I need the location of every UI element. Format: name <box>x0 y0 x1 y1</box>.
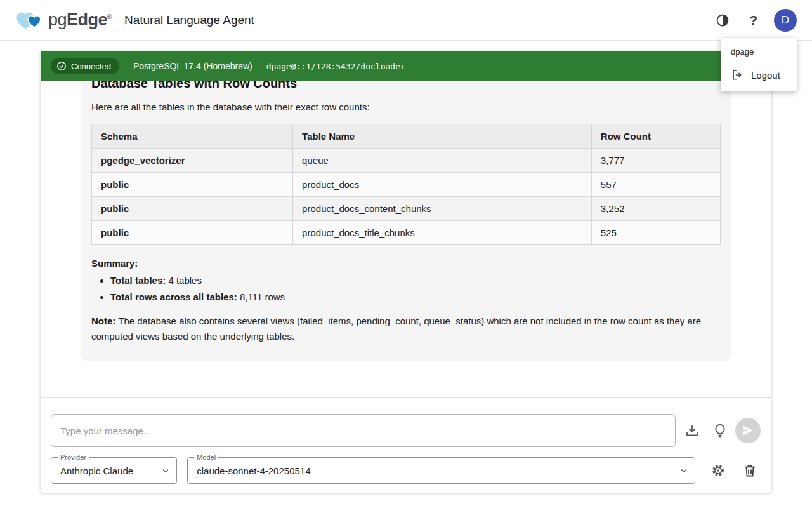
table-row: pgedge_vectorizer queue 3,777 <box>92 149 721 173</box>
composer-settings-row: Provider Anthropic Claude Model claude-s… <box>51 457 761 484</box>
composer: Provider Anthropic Claude Model claude-s… <box>41 397 771 493</box>
send-button[interactable] <box>735 418 761 443</box>
help-icon: ? <box>749 13 757 28</box>
provider-label: Provider <box>58 453 89 461</box>
table-row: public product_docs_content_chunks 3,252 <box>92 197 721 221</box>
cell-schema: public <box>92 173 293 197</box>
cell-table-name: product_docs_content_chunks <box>293 197 592 221</box>
cell-row-count: 3,777 <box>591 149 720 173</box>
cell-table-name: product_docs_title_chunks <box>293 221 592 245</box>
cell-schema: public <box>92 197 293 221</box>
lightbulb-icon <box>712 423 728 438</box>
provider-value: Anthropic Claude <box>51 465 160 476</box>
table-row: public product_docs_title_chunks 525 <box>92 221 721 245</box>
check-circle-icon <box>56 61 67 71</box>
cell-row-count: 525 <box>591 221 720 245</box>
list-item: Total rows across all tables: 8,111 rows <box>110 291 721 302</box>
table-header-row: Schema Table Name Row Count <box>92 124 721 149</box>
cell-schema: pgedge_vectorizer <box>92 149 293 173</box>
page-title: Natural Language Agent <box>124 13 254 27</box>
status-badge-label: Connected <box>71 62 111 71</box>
download-button[interactable] <box>681 419 704 442</box>
model-label: Model <box>194 453 218 461</box>
column-header-row-count: Row Count <box>591 124 720 149</box>
provider-select[interactable]: Provider Anthropic Claude <box>51 457 177 484</box>
header-actions: ? D <box>712 9 797 32</box>
cell-table-name: queue <box>293 149 592 173</box>
avatar-initial: D <box>782 14 789 27</box>
pgedge-logo-icon <box>15 9 44 32</box>
logout-icon <box>731 69 743 81</box>
cell-schema: public <box>92 221 293 245</box>
theme-toggle-button[interactable] <box>712 10 733 30</box>
clear-chat-button[interactable] <box>738 459 761 482</box>
status-badge: Connected <box>51 58 119 74</box>
send-icon <box>741 424 755 438</box>
main-panel: Connected PostgreSQL 17.4 (Homebrew) dpa… <box>41 51 771 493</box>
avatar[interactable]: D <box>774 9 797 32</box>
list-item: Total tables: 4 tables <box>110 275 721 286</box>
server-version-text: PostgreSQL 17.4 (Homebrew) <box>133 61 252 71</box>
help-button[interactable]: ? <box>747 10 760 30</box>
trash-icon <box>742 463 757 478</box>
column-header-table-name: Table Name <box>293 124 592 149</box>
logout-menu-item[interactable]: Logout <box>721 62 797 88</box>
gear-icon <box>710 462 726 479</box>
message-heading: Database Tables with Row Counts <box>91 81 721 91</box>
table-row: public product_docs 557 <box>92 173 721 197</box>
model-value: claude-sonnet-4-20250514 <box>188 465 678 476</box>
cell-row-count: 557 <box>591 173 720 197</box>
app-header: pgEdge® Natural Language Agent ? D <box>0 0 812 41</box>
summary-heading: Summary: <box>91 258 721 269</box>
assistant-message-card: Database Tables with Row Counts Here are… <box>81 81 731 361</box>
message-input[interactable] <box>51 414 676 447</box>
user-menu: dpage Logout <box>721 38 797 91</box>
column-header-schema: Schema <box>92 124 293 149</box>
brand-wordmark: pgEdge® <box>48 10 112 30</box>
download-icon <box>684 423 700 438</box>
cell-row-count: 3,252 <box>591 197 720 221</box>
chevron-down-icon <box>160 465 171 476</box>
theme-toggle-icon <box>715 13 730 28</box>
pgedge-logo: pgEdge® <box>15 9 112 32</box>
suggestions-button[interactable] <box>709 419 731 442</box>
summary-list: Total tables: 4 tables Total rows across… <box>91 275 721 302</box>
connection-status-bar: Connected PostgreSQL 17.4 (Homebrew) dpa… <box>41 51 771 81</box>
logout-label: Logout <box>751 70 780 81</box>
chat-transcript[interactable]: Database Tables with Row Counts Here are… <box>41 81 771 397</box>
note-paragraph: Note: The database also contains several… <box>91 314 721 344</box>
chevron-down-icon <box>678 465 690 476</box>
message-intro: Here are all the tables in the database … <box>91 102 721 112</box>
settings-button[interactable] <box>707 459 730 482</box>
model-select[interactable]: Model claude-sonnet-4-20250514 <box>187 457 695 484</box>
composer-input-row <box>51 414 761 447</box>
cell-table-name: product_docs <box>293 173 592 197</box>
connection-string: dpage@::1/128:5432/docloader <box>266 62 405 71</box>
user-menu-username: dpage <box>721 42 797 62</box>
row-counts-table: Schema Table Name Row Count pgedge_vecto… <box>91 124 721 245</box>
